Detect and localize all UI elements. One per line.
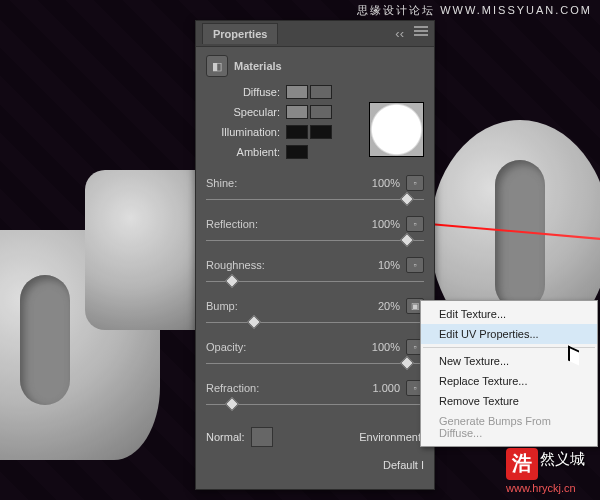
normal-label: Normal: — [206, 431, 245, 443]
materials-section: ◧ Materials Diffuse: Specular: Illuminat… — [196, 47, 434, 171]
menu-edit-uv-properties[interactable]: Edit UV Properties... — [421, 324, 597, 344]
section-title: Materials — [234, 60, 282, 72]
illumination-label: Illumination: — [206, 126, 286, 138]
refraction-label: Refraction: — [206, 382, 358, 394]
environment-label: Environment: — [359, 431, 424, 443]
normal-swatch[interactable] — [251, 427, 273, 447]
menu-replace-texture[interactable]: Replace Texture... — [421, 371, 597, 391]
opacity-slider[interactable] — [206, 358, 424, 366]
sliders-section: Shine:100%▫ Reflection:100%▫ Roughness:1… — [196, 171, 434, 425]
reflection-slider[interactable] — [206, 235, 424, 243]
logo-url: www.hryckj.cn — [506, 482, 576, 494]
menu-new-texture[interactable]: New Texture... — [421, 351, 597, 371]
logo-text: 然义城 — [540, 450, 585, 469]
illumination-swatch[interactable] — [286, 125, 308, 139]
reflection-label: Reflection: — [206, 218, 358, 230]
watermark-logo: 浩 然义城 www.hryckj.cn — [506, 448, 596, 496]
roughness-label: Roughness: — [206, 259, 358, 271]
roughness-value[interactable]: 10% — [358, 259, 406, 271]
menu-generate-bumps: Generate Bumps From Diffuse... — [421, 411, 597, 443]
roughness-slider[interactable] — [206, 276, 424, 284]
diffuse-swatch[interactable] — [286, 85, 308, 99]
bump-value[interactable]: 20% — [358, 300, 406, 312]
panel-menu-icon[interactable] — [414, 26, 428, 36]
ambient-label: Ambient: — [206, 146, 286, 158]
watermark-top: 思缘设计论坛 WWW.MISSYUAN.COM — [357, 3, 592, 18]
specular-label: Specular: — [206, 106, 286, 118]
opacity-label: Opacity: — [206, 341, 358, 353]
context-menu: Edit Texture... Edit UV Properties... Ne… — [420, 300, 598, 447]
refraction-value[interactable]: 1.000 — [358, 382, 406, 394]
specular-tex-swatch[interactable] — [310, 105, 332, 119]
chevron-left-icon[interactable]: ‹‹ — [395, 26, 404, 41]
logo-badge: 浩 — [506, 448, 538, 480]
bump-label: Bump: — [206, 300, 358, 312]
diffuse-tex-swatch[interactable] — [310, 85, 332, 99]
default-label: Default I — [383, 459, 424, 471]
roughness-tex-button[interactable]: ▫ — [406, 257, 424, 273]
refraction-slider[interactable] — [206, 399, 424, 407]
material-icon[interactable]: ◧ — [206, 55, 228, 77]
menu-separator — [423, 347, 595, 348]
opacity-value[interactable]: 100% — [358, 341, 406, 353]
shine-slider[interactable] — [206, 194, 424, 202]
properties-panel: Properties ‹‹ ◧ Materials Diffuse: Specu… — [195, 20, 435, 490]
shine-value[interactable]: 100% — [358, 177, 406, 189]
material-preview[interactable] — [369, 102, 424, 157]
properties-tab[interactable]: Properties — [202, 23, 278, 44]
shine-label: Shine: — [206, 177, 358, 189]
illumination-tex-swatch[interactable] — [310, 125, 332, 139]
menu-remove-texture[interactable]: Remove Texture — [421, 391, 597, 411]
specular-swatch[interactable] — [286, 105, 308, 119]
reflection-value[interactable]: 100% — [358, 218, 406, 230]
shine-tex-button[interactable]: ▫ — [406, 175, 424, 191]
bump-slider[interactable] — [206, 317, 424, 325]
reflection-tex-button[interactable]: ▫ — [406, 216, 424, 232]
ambient-swatch[interactable] — [286, 145, 308, 159]
diffuse-label: Diffuse: — [206, 86, 286, 98]
panel-header: Properties ‹‹ — [196, 21, 434, 47]
menu-edit-texture[interactable]: Edit Texture... — [421, 304, 597, 324]
